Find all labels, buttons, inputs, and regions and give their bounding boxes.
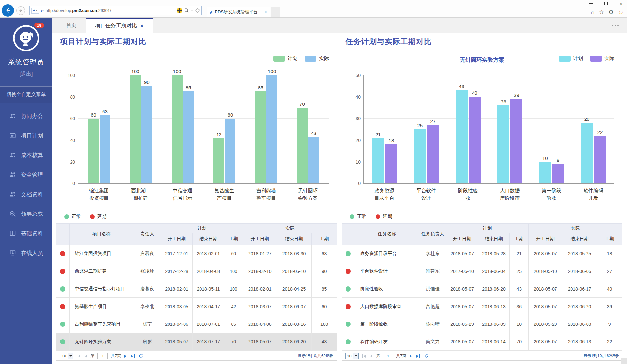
tab-project-task-duration[interactable]: 项目任务工期对比 × <box>86 18 153 33</box>
table-row[interactable]: 氨基酸生产项目李夜北2018-03-052018-04-17422018-03-… <box>56 298 337 315</box>
plan-cell: 2018-02-01 <box>161 280 193 298</box>
status-legend-label: 正常 <box>72 214 81 220</box>
sidebar-item-8[interactable]: 在线人员 <box>0 243 52 263</box>
url-text[interactable]: http://develop.pm2.com.cn:29301/ <box>46 8 175 13</box>
owner-column-header: 责任人 <box>134 224 161 245</box>
actual-cell: 100 <box>312 315 337 333</box>
table-row[interactable]: 中信交通信号指示灯项目唐暮夜2018-02-012018-05-11100201… <box>56 280 337 298</box>
legend-item[interactable]: 计划 <box>559 55 583 62</box>
legend-item[interactable]: 实际 <box>590 55 614 62</box>
status-cell <box>56 333 69 351</box>
table-row[interactable]: 锦江集团投资项目唐暮夜2017-12-012018-02-01602018-01… <box>56 245 337 262</box>
plan-cell: 2018-05-07 <box>446 298 478 315</box>
table-row[interactable]: 无针圆环实验方案唐影2018-05-072018-07-17702018-05-… <box>56 333 337 351</box>
bar-column: 100 <box>172 69 183 183</box>
page-input[interactable] <box>383 353 393 359</box>
sidebar-item-5[interactable]: 文档资料 <box>0 184 52 204</box>
sidebar-item-3[interactable]: 成本核算 <box>0 145 52 165</box>
actual-cell: 2018-06-20 <box>277 333 311 351</box>
plot-area: 0102030405021182527434036391092822 政务资源目… <box>363 75 614 202</box>
name-cell: 人口数据库阶段审查 <box>355 298 419 315</box>
maximize-icon[interactable] <box>603 1 609 6</box>
new-tab-button[interactable] <box>271 7 280 17</box>
last-page-button[interactable] <box>416 354 421 358</box>
add-favorite-icon[interactable]: + <box>31 8 39 14</box>
tab-home-label: 首页 <box>66 22 76 29</box>
bar-column: 60 <box>88 112 99 183</box>
table-row[interactable]: 吉利熊猫整车先束项目杨宁2018-04-062018-07-01852018-0… <box>56 315 337 333</box>
plan-group-header: 计划 <box>161 224 243 233</box>
first-page-button[interactable] <box>362 354 366 358</box>
plan-group-header: 计划 <box>446 224 528 233</box>
status-cell <box>56 298 69 315</box>
address-bar[interactable]: + e http://develop.pm2.com.cn:29301/ <box>29 6 202 15</box>
search-dropdown-icon[interactable] <box>191 10 193 11</box>
sidebar-item-4[interactable]: 资金管理 <box>0 165 52 184</box>
feedback-smiley-icon[interactable]: ☺ <box>618 9 624 16</box>
table-row[interactable]: 人口数据库阶段审查宫艳超2018-05-072018-06-13362018-0… <box>342 298 622 315</box>
refresh-icon[interactable] <box>195 8 200 13</box>
first-page-button[interactable] <box>76 354 81 358</box>
next-page-button[interactable] <box>409 355 413 358</box>
avatar[interactable]: 18 <box>12 24 40 54</box>
plan-cell: 10 <box>509 315 528 333</box>
bar <box>141 86 152 183</box>
table-row[interactable]: 软件编码开发简文力2018-05-072018-06-14702018-05-0… <box>342 333 622 351</box>
last-page-button[interactable] <box>130 354 135 358</box>
page-size-select[interactable]: 10 <box>345 353 359 359</box>
back-button[interactable] <box>2 4 14 17</box>
tab-close-icon[interactable]: × <box>140 23 143 29</box>
close-window-icon[interactable]: × <box>619 1 624 6</box>
plan-cell: 2018-07-17 <box>193 333 224 351</box>
page-input[interactable] <box>97 353 108 359</box>
x-axis-label: 阶段性验收 <box>447 187 489 202</box>
bar-value-label: 70 <box>299 101 305 107</box>
status-column-header <box>342 224 355 245</box>
status-legend-item: 正常 <box>350 214 366 220</box>
table-row[interactable]: 平台软件设计雎建东2017-05-102018-06-04252018-05-1… <box>342 262 622 280</box>
table-header: 项目名称责任人计划实际开工日期结束日期工期开工日期结束日期工期 <box>56 224 337 245</box>
legend-item[interactable]: 计划 <box>273 55 297 62</box>
table-row[interactable]: 第一阶段验收陈向晴2018-05-292018-06-09102018-05-2… <box>342 315 622 333</box>
gear-icon[interactable]: ⚙ <box>608 9 613 16</box>
sidebar-item-1[interactable]: 协同办公 <box>0 106 52 126</box>
forward-button[interactable] <box>16 6 25 15</box>
prev-page-button[interactable] <box>84 355 88 358</box>
tab-home[interactable]: 首页 <box>57 18 86 33</box>
reload-icon[interactable] <box>138 354 144 358</box>
logout-link[interactable]: [退出] <box>0 71 52 78</box>
favorites-star-icon[interactable]: ☆ <box>599 9 604 16</box>
legend-item[interactable]: 实际 <box>305 55 329 62</box>
table-row[interactable]: 西北湖二期扩建张玲玲2017-12-282018-04-081002018-02… <box>56 262 337 280</box>
sidebar-item-2[interactable]: 项目计划 <box>0 126 52 145</box>
search-icon[interactable] <box>184 8 189 13</box>
reload-icon[interactable] <box>424 354 429 358</box>
sub-column-header: 工期 <box>224 233 243 245</box>
sidebar-item-6[interactable]: 领导总览 <box>0 204 52 224</box>
bar-column: 42 <box>213 132 224 183</box>
sidebar-item-7[interactable]: 基础资料 <box>0 224 52 243</box>
owner-cell: 唐暮夜 <box>134 245 161 262</box>
tab-close-icon[interactable]: × <box>265 9 267 15</box>
y-tick-label: 10 <box>355 159 361 165</box>
status-dot <box>350 214 354 219</box>
page-prefix-label: 第 <box>90 353 94 359</box>
page-size-value: 10 <box>346 353 353 359</box>
page-size-select[interactable]: 10 <box>60 353 73 359</box>
minimize-icon[interactable] <box>588 1 594 6</box>
bar-column: 85 <box>255 85 266 183</box>
more-options-icon[interactable] <box>612 22 620 28</box>
bar-value-label: 100 <box>131 69 139 74</box>
status-dot-delay <box>346 304 351 309</box>
prev-page-button[interactable] <box>369 355 373 358</box>
table-row[interactable]: 阶段性验收洪佳佳2018-05-072018-06-20432018-05-07… <box>342 280 622 298</box>
compatibility-view-icon[interactable] <box>177 8 182 13</box>
next-page-button[interactable] <box>124 355 127 358</box>
bar <box>100 115 110 183</box>
status-legend-item: 延期 <box>90 214 107 220</box>
switch-menu-button[interactable]: 切换至自定义菜单 <box>0 86 52 103</box>
table-row[interactable]: 政务资源目录平台李桂东2018-05-072018-05-28212018-05… <box>342 245 622 262</box>
home-icon[interactable]: ⌂ <box>591 9 594 16</box>
actual-cell: 85 <box>312 280 337 298</box>
browser-tab[interactable]: e RDS研发系统管理平台 × <box>207 7 270 17</box>
